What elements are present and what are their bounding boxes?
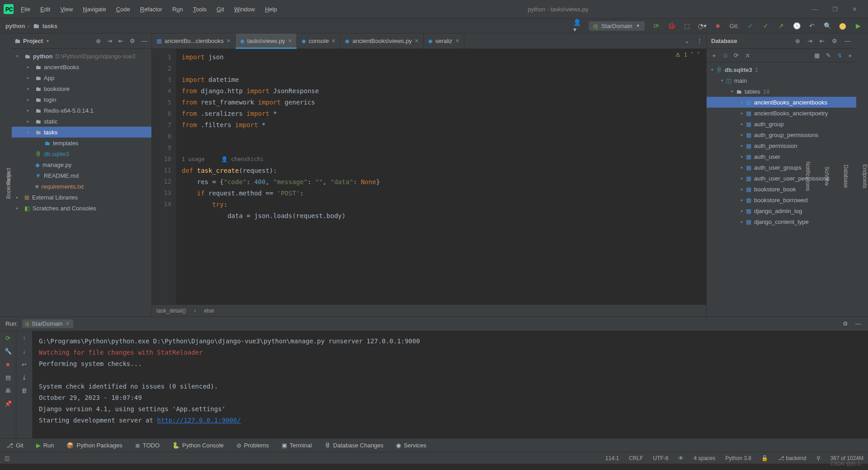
breadcrumb-item[interactable]: tasks <box>42 23 57 29</box>
chevron-right-icon[interactable]: ▸ <box>741 154 743 159</box>
hide-icon[interactable]: — <box>843 36 852 46</box>
tab-notifications[interactable]: Notifications <box>805 161 811 191</box>
tree-node[interactable]: ≡requirements.txt <box>12 181 151 192</box>
close-icon[interactable]: ✕ <box>288 38 292 44</box>
wrap-icon[interactable]: ↩ <box>22 361 27 368</box>
tree-node[interactable]: ▸🖿ancientBooks <box>12 62 151 72</box>
breadcrumb[interactable]: python › 🖿 tasks <box>0 22 57 29</box>
updates-icon[interactable]: ⬤ <box>839 22 846 29</box>
main-menu[interactable]: File Edit View Navigate Code Refactor Ru… <box>21 6 277 13</box>
reader-mode-icon[interactable]: 👁 <box>678 455 684 461</box>
gear-icon[interactable]: ⚙ <box>841 319 849 328</box>
chevron-right-icon[interactable]: ▸ <box>741 143 743 148</box>
tree-node-ext-libs[interactable]: ▸ ⊞ External Libraries <box>12 192 151 203</box>
chevron-right-icon[interactable]: ▸ <box>741 219 743 224</box>
target-icon[interactable]: ⊕ <box>794 36 802 46</box>
hide-icon[interactable]: — <box>140 36 149 46</box>
tool-problems[interactable]: ⊘Problems <box>236 442 269 449</box>
db-table-node[interactable]: ▸▦bookstore_borrowed <box>707 195 856 205</box>
database-tree[interactable]: ▾ 🛢 db.sqlite3 1 ▾ ◫ main ▾ 🖿 tables 18 … <box>707 62 856 316</box>
caret-position[interactable]: 114:1 <box>605 455 619 461</box>
expand-icon[interactable]: ⇥ <box>806 36 814 46</box>
close-icon[interactable]: ✕ <box>852 6 857 13</box>
chevron-down-icon[interactable]: ▾ <box>731 89 733 94</box>
tree-node[interactable]: ▸🖿login <box>12 94 151 105</box>
run-icon[interactable]: ⟳ <box>653 22 660 29</box>
tree-node[interactable]: ◆manage.py <box>12 159 151 170</box>
indent[interactable]: 4 spaces <box>693 455 715 461</box>
menu-help[interactable]: Help <box>265 6 277 13</box>
menu-navigate[interactable]: Navigate <box>83 6 106 13</box>
tool-run[interactable]: ▶Run <box>36 442 54 449</box>
menu-git[interactable]: Git <box>217 6 224 13</box>
run-config-selector[interactable]: dj StarDomain ▼ <box>589 21 645 31</box>
print-icon[interactable]: 🖶 <box>5 387 11 394</box>
editor-tab[interactable]: ▦ancientBo...cientbooks✕ <box>152 33 236 49</box>
menu-file[interactable]: File <box>21 6 30 13</box>
edit-icon[interactable]: ✎ <box>826 52 831 59</box>
up-icon[interactable]: ↑ <box>23 335 26 342</box>
push-icon[interactable]: ↗ <box>778 22 785 29</box>
collapse-icon[interactable]: ⇤ <box>818 36 826 46</box>
interpreter[interactable]: Python 3.8 <box>726 455 751 461</box>
tree-node[interactable]: ▸🖿bookstore <box>12 83 151 94</box>
tool-packages[interactable]: 📦Python Packages <box>66 442 122 449</box>
rerun-icon[interactable]: ⟳ <box>5 335 10 342</box>
coverage-icon[interactable]: ⬚ <box>684 22 691 29</box>
tab-database[interactable]: Database <box>843 165 849 188</box>
close-icon[interactable]: ✕ <box>331 38 335 44</box>
chevron-down-icon[interactable]: ⌄ <box>681 38 693 44</box>
sync-icon[interactable]: ⤭ <box>745 52 750 59</box>
breadcrumb-item[interactable]: else <box>204 308 214 314</box>
db-table-node[interactable]: ▸▦django_content_type <box>707 216 856 227</box>
profile-icon[interactable]: ◔▾ <box>699 22 706 29</box>
tree-node[interactable]: ▸🖿static <box>12 116 151 127</box>
chevron-right-icon[interactable]: ▸ <box>741 187 743 191</box>
menu-window[interactable]: Window <box>234 6 255 13</box>
chevron-right-icon[interactable]: ▸ <box>27 108 33 113</box>
tab-sciview[interactable]: SciView <box>824 166 830 185</box>
toolwindow-icon[interactable]: ◫ <box>5 455 9 461</box>
chevron-up-icon[interactable]: ˄ <box>691 52 693 58</box>
revert-icon[interactable]: ↶ <box>808 22 816 29</box>
commit-check-icon[interactable]: ✓ <box>747 22 754 29</box>
table-view-icon[interactable]: ▦ <box>814 52 820 59</box>
tree-node[interactable]: ▼README.md <box>12 170 151 181</box>
menu-tools[interactable]: Tools <box>193 6 207 13</box>
more-icon[interactable]: » <box>849 52 852 59</box>
chevron-right-icon[interactable]: ▸ <box>27 76 33 80</box>
chevron-right-icon[interactable]: ▸ <box>16 195 22 199</box>
db-node-schema[interactable]: ▾ ◫ main <box>707 75 856 86</box>
menu-edit[interactable]: Edit <box>40 6 50 13</box>
encoding[interactable]: UTF-8 <box>653 455 668 461</box>
chevron-right-icon[interactable]: ▸ <box>27 130 33 134</box>
editor-tab[interactable]: ◆ancientBooks\views.py✕ <box>340 33 424 49</box>
down-icon[interactable]: ↓ <box>23 348 26 355</box>
commit-icon[interactable]: ✓ <box>762 22 769 29</box>
debug-icon[interactable]: 🐞 <box>668 22 675 29</box>
chevron-right-icon[interactable]: ▸ <box>741 133 743 137</box>
db-table-node[interactable]: ▸▦auth_group <box>707 119 856 129</box>
chevron-right-icon[interactable]: ▸ <box>741 122 743 126</box>
tab-endpoints[interactable]: Endpoints <box>862 164 868 188</box>
tree-node[interactable]: ▸🖿Redis-x64-5.0.14.1 <box>12 105 151 116</box>
clear-icon[interactable]: 🗑 <box>21 387 27 394</box>
line-separator[interactable]: CRLF <box>629 455 643 461</box>
maximize-icon[interactable]: ❐ <box>832 6 838 13</box>
line-gutter[interactable]: 1234567891011121314 <box>152 49 176 304</box>
tree-node-scratches[interactable]: ▸ ◧ Scratches and Consoles <box>12 203 151 214</box>
git-branch[interactable]: backend <box>786 455 806 461</box>
db-table-node[interactable]: ▸▦bookstore_book <box>707 184 856 195</box>
expand-icon[interactable]: ⇥ <box>106 36 113 46</box>
db-table-node[interactable]: ▸▦auth_user_user_permissions <box>707 173 856 184</box>
chevron-down-icon[interactable]: ▾ <box>16 54 22 58</box>
code-text[interactable]: import json import datetimefrom django.h… <box>176 49 706 304</box>
editor-tab[interactable]: ◆console✕ <box>297 33 341 49</box>
collapse-icon[interactable]: ⇤ <box>117 36 125 46</box>
minimize-icon[interactable]: — <box>812 6 818 13</box>
console-output[interactable]: G:\Programs\Python\python.exe D:\Python\… <box>33 331 868 438</box>
chevron-right-icon[interactable]: ▸ <box>741 198 743 202</box>
db-table-node[interactable]: ▸▦django_admin_log <box>707 205 856 216</box>
db-table-node[interactable]: ▸▦auth_group_permissions <box>707 129 856 140</box>
tool-terminal[interactable]: ▣Terminal <box>282 442 312 449</box>
